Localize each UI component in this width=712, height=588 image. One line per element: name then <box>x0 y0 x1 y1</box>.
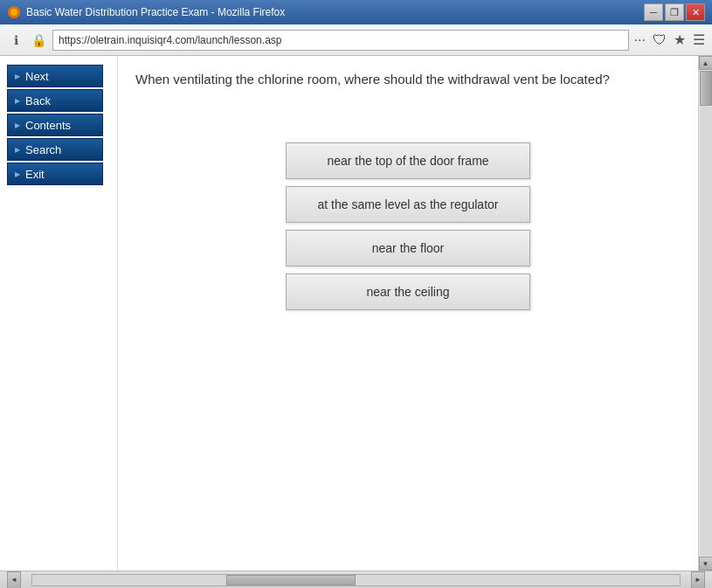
shield-icon[interactable]: 🛡 <box>653 32 667 48</box>
lock-icon: 🔒 <box>30 31 47 49</box>
horizontal-scroll-thumb[interactable] <box>226 575 356 585</box>
sidebar-btn-exit[interactable]: Exit <box>7 163 103 185</box>
title-bar-buttons: ─ ❐ ✕ <box>644 3 705 21</box>
answer-btn-a4[interactable]: near the ceiling <box>286 273 530 310</box>
address-bar: ℹ 🔒 ··· 🛡 ★ ☰ <box>0 24 712 56</box>
svg-point-1 <box>10 9 17 16</box>
info-icon[interactable]: ℹ <box>7 31 24 49</box>
close-button[interactable]: ✕ <box>686 3 705 21</box>
address-input[interactable] <box>52 30 629 51</box>
horizontal-scroll-track[interactable] <box>31 574 681 586</box>
vertical-scrollbar[interactable]: ▲ ▼ <box>698 56 712 571</box>
answers-area: near the top of the door frameat the sam… <box>135 142 681 310</box>
minimize-button[interactable]: ─ <box>644 3 663 21</box>
answer-btn-a2[interactable]: at the same level as the regulator <box>286 186 530 223</box>
title-bar-left: Basic Water Distribution Practice Exam -… <box>7 5 285 19</box>
sidebar-btn-contents[interactable]: Contents <box>7 114 103 136</box>
menu-icon[interactable]: ☰ <box>693 31 705 48</box>
answer-btn-a3[interactable]: near the floor <box>286 230 530 266</box>
scroll-up-arrow[interactable]: ▲ <box>699 56 713 70</box>
toolbar-icons: ··· 🛡 ★ ☰ <box>634 31 705 48</box>
question-text: When ventilating the chlorine room, wher… <box>135 70 681 90</box>
sidebar-btn-search[interactable]: Search <box>7 138 103 161</box>
scroll-right-arrow[interactable]: ► <box>691 571 705 589</box>
bookmark-icon[interactable]: ★ <box>674 31 686 48</box>
scroll-thumb[interactable] <box>700 71 712 106</box>
status-bar: ◄ ► <box>0 571 712 588</box>
restore-button[interactable]: ❐ <box>665 3 684 21</box>
title-bar: Basic Water Distribution Practice Exam -… <box>0 0 712 24</box>
sidebar-btn-back[interactable]: Back <box>7 89 103 112</box>
firefox-icon <box>7 5 21 19</box>
scroll-left-arrow[interactable]: ◄ <box>7 571 21 589</box>
browser-content: NextBackContentsSearchExit When ventilat… <box>0 56 712 571</box>
scroll-down-arrow[interactable]: ▼ <box>699 557 713 571</box>
window-title: Basic Water Distribution Practice Exam -… <box>26 6 285 18</box>
sidebar-btn-next[interactable]: Next <box>7 65 103 87</box>
main-content: When ventilating the chlorine room, wher… <box>118 56 698 571</box>
sidebar: NextBackContentsSearchExit <box>0 56 118 571</box>
scroll-track[interactable] <box>700 71 712 556</box>
answer-btn-a1[interactable]: near the top of the door frame <box>286 142 530 179</box>
more-icon[interactable]: ··· <box>634 32 646 48</box>
